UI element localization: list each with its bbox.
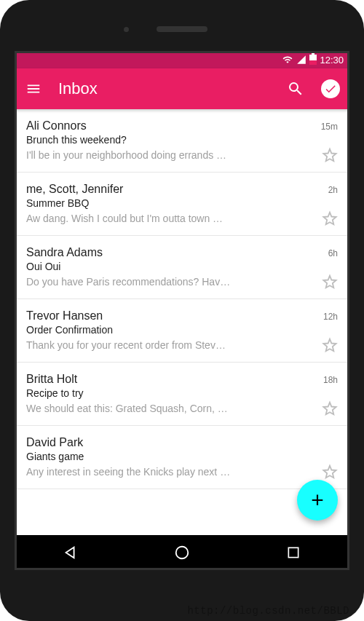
email-time: 2h <box>328 185 338 195</box>
email-subject: Giants game <box>26 451 338 462</box>
star-button[interactable] <box>322 400 338 416</box>
email-time: 18h <box>323 375 338 385</box>
email-preview: Any interest in seeing the Knicks play n… <box>26 466 314 478</box>
email-sender: Ali Connors <box>26 119 87 132</box>
email-preview: Do you have Paris recommendations? Hav… <box>26 276 314 288</box>
email-preview: I'll be in your neighborhood doing erran… <box>26 149 314 161</box>
watermark: http://blog.csdn.net/BBLD <box>187 605 349 617</box>
email-preview: Aw dang. Wish I could but I'm outta town… <box>26 213 314 224</box>
email-subject: Order Confirmation <box>26 324 338 336</box>
email-row[interactable]: me, Scott, Jennifer 2h Summer BBQ Aw dan… <box>15 173 349 236</box>
email-row[interactable]: Britta Holt 18h Recipe to try We should … <box>15 363 349 426</box>
compose-fab[interactable]: + <box>297 480 338 521</box>
email-subject: Recipe to try <box>26 387 338 399</box>
email-subject: Brunch this weekend? <box>26 134 338 146</box>
star-outline-icon <box>322 147 338 163</box>
star-button[interactable] <box>322 210 338 226</box>
star-outline-icon <box>322 464 338 480</box>
email-sender: Britta Holt <box>26 373 77 386</box>
star-button[interactable] <box>322 464 338 480</box>
menu-button[interactable] <box>23 79 44 99</box>
email-subject: Oui Oui <box>26 261 338 272</box>
page-title: Inbox <box>58 79 271 98</box>
email-sender: Trevor Hansen <box>26 309 103 323</box>
square-recents-icon <box>286 545 301 560</box>
email-row[interactable]: Trevor Hansen 12h Order Confirmation Tha… <box>15 299 349 363</box>
email-sender: me, Scott, Jennifer <box>26 183 123 196</box>
signal-icon <box>296 55 306 65</box>
select-all-button[interactable] <box>320 79 341 99</box>
email-row[interactable]: Sandra Adams 6h Oui Oui Do you have Pari… <box>15 236 349 299</box>
battery-icon <box>309 55 317 65</box>
email-row[interactable]: David Park Giants game Any interest in s… <box>15 426 349 489</box>
star-outline-icon <box>322 210 338 226</box>
status-time: 12:30 <box>320 55 344 66</box>
email-preview: Thank you for your recent order from Ste… <box>26 339 314 351</box>
triangle-back-icon <box>63 545 79 561</box>
svg-rect-1 <box>289 547 298 557</box>
star-button[interactable] <box>322 337 338 353</box>
home-button[interactable] <box>160 545 204 561</box>
system-nav-bar <box>15 535 349 570</box>
email-preview: We should eat this: Grated Squash, Corn,… <box>26 403 314 414</box>
plus-icon: + <box>311 488 324 513</box>
app-bar: Inbox <box>15 68 349 109</box>
hamburger-icon <box>25 81 41 97</box>
wifi-icon <box>282 55 293 65</box>
circle-home-icon <box>174 545 190 561</box>
search-icon <box>287 80 304 98</box>
star-button[interactable] <box>322 147 338 163</box>
email-sender: Sandra Adams <box>26 246 103 259</box>
star-button[interactable] <box>322 274 338 290</box>
email-list: Ali Connors 15m Brunch this weekend? I'l… <box>15 109 349 535</box>
back-button[interactable] <box>49 545 92 561</box>
email-time: 15m <box>321 122 338 132</box>
check-circle-icon <box>321 79 340 98</box>
email-row[interactable]: Ali Connors 15m Brunch this weekend? I'l… <box>15 109 349 173</box>
star-outline-icon <box>322 400 338 416</box>
status-bar: 12:30 <box>15 51 349 68</box>
recents-button[interactable] <box>272 545 315 560</box>
email-subject: Summer BBQ <box>26 197 338 209</box>
email-time: 12h <box>323 312 338 322</box>
search-button[interactable] <box>285 79 306 99</box>
star-outline-icon <box>322 337 338 353</box>
star-outline-icon <box>322 274 338 290</box>
email-time: 6h <box>328 248 338 258</box>
email-sender: David Park <box>26 436 83 449</box>
svg-point-0 <box>176 547 189 559</box>
